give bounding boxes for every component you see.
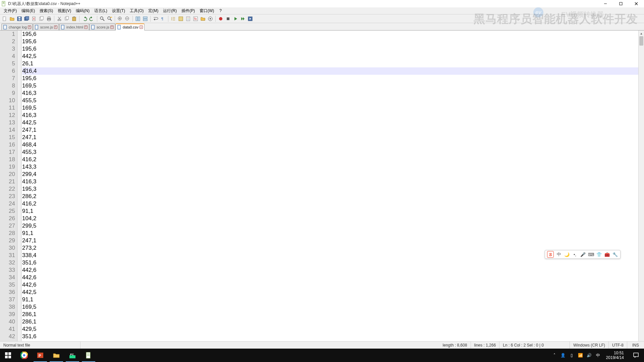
zoom-out-icon[interactable]	[124, 15, 131, 22]
copy-icon[interactable]	[63, 15, 70, 22]
ime-toolbox-icon[interactable]: 🧰	[604, 251, 610, 257]
monitoring-icon[interactable]	[207, 15, 214, 22]
code-line[interactable]: 26,1	[22, 60, 638, 67]
tab-index-html[interactable]: index.html ×	[59, 23, 89, 30]
menu-help[interactable]: ?	[217, 7, 224, 14]
replace-icon[interactable]	[106, 15, 113, 22]
save-macro-icon[interactable]	[247, 15, 254, 22]
tab-change-log[interactable]: change log ×	[1, 23, 33, 30]
ime-punct-icon[interactable]: •,	[572, 251, 578, 257]
code-line[interactable]: 169,5	[22, 303, 638, 311]
redo-icon[interactable]	[89, 15, 95, 22]
tab-close-icon[interactable]: ×	[54, 25, 57, 29]
vertical-scrollbar[interactable]: ▲ ▼	[638, 31, 644, 345]
tab-close-icon[interactable]: ×	[110, 25, 114, 29]
sogou-logo-icon[interactable]: S	[547, 251, 554, 258]
code-area[interactable]: 195,6195,6195,6442,526,1416,4195,6169,54…	[21, 31, 638, 345]
tab-score-js-2[interactable]: score.js ×	[89, 23, 115, 30]
code-line[interactable]: 195,3	[22, 185, 638, 193]
zoom-in-icon[interactable]	[117, 15, 123, 22]
tray-people-icon[interactable]: 👤	[560, 353, 566, 358]
userlang-icon[interactable]	[177, 15, 184, 22]
menu-window[interactable]: 窗口(W)	[197, 7, 216, 14]
show-symbols-icon[interactable]: ¶	[160, 15, 166, 22]
ime-lang-toggle[interactable]: 中	[556, 251, 562, 257]
code-line[interactable]: 169,5	[22, 104, 638, 112]
print-icon[interactable]	[46, 15, 52, 22]
play-multi-icon[interactable]	[239, 15, 246, 22]
code-line[interactable]: 442,6	[22, 281, 638, 289]
code-line[interactable]: 416,2	[22, 156, 638, 163]
sync-v-icon[interactable]	[135, 15, 141, 22]
tab-close-icon[interactable]: ×	[84, 25, 88, 29]
open-file-icon[interactable]	[9, 15, 15, 22]
code-line[interactable]: 286,1	[22, 318, 638, 325]
menu-macro[interactable]: 宏(M)	[146, 7, 161, 14]
menu-plugins[interactable]: 插件(P)	[179, 7, 197, 14]
code-line[interactable]: 442,5	[22, 119, 638, 126]
tab-score-js-1[interactable]: score.js ×	[33, 23, 59, 30]
close-all-icon[interactable]	[38, 15, 45, 22]
code-line[interactable]: 429,5	[22, 325, 638, 333]
play-macro-icon[interactable]	[232, 15, 239, 22]
tray-ime-icon[interactable]: 中	[595, 353, 601, 358]
menu-tools[interactable]: 工具(O)	[127, 7, 146, 14]
paste-icon[interactable]	[71, 15, 77, 22]
save-icon[interactable]	[16, 15, 23, 22]
code-line[interactable]: 195,6	[22, 31, 638, 38]
code-line[interactable]: 442,6	[22, 274, 638, 281]
code-line[interactable]: 351,6	[22, 259, 638, 266]
code-line[interactable]: 442,5	[22, 289, 638, 296]
code-line[interactable]: 104,2	[22, 215, 638, 222]
code-line[interactable]: 299,4	[22, 171, 638, 178]
cut-icon[interactable]	[56, 15, 63, 22]
scroll-up-icon[interactable]: ▲	[639, 31, 644, 36]
code-line[interactable]: 195,6	[22, 45, 638, 53]
start-button[interactable]	[0, 349, 16, 362]
menu-encoding[interactable]: 编码(N)	[73, 7, 92, 14]
code-line[interactable]: 468,4	[22, 141, 638, 148]
menu-search[interactable]: 搜索(S)	[37, 7, 55, 14]
code-line[interactable]: 169,5	[22, 82, 638, 89]
taskbar-pycharm[interactable]: PC	[64, 349, 80, 362]
code-line[interactable]: 442,5	[22, 53, 638, 60]
tab-close-icon[interactable]: ×	[28, 25, 31, 29]
taskbar-chrome[interactable]	[16, 349, 32, 362]
tray-chevron-up-icon[interactable]: ˄	[552, 353, 557, 358]
ime-keyboard-icon[interactable]: ⌨	[588, 251, 594, 257]
tab-close-icon[interactable]: ×	[140, 25, 143, 29]
ime-voice-icon[interactable]: 🎤	[580, 251, 586, 257]
code-line[interactable]: 143,3	[22, 163, 638, 171]
find-icon[interactable]	[99, 15, 106, 22]
taskbar-file-explorer[interactable]	[48, 349, 64, 362]
code-line[interactable]: 195,6	[22, 38, 638, 45]
menu-view[interactable]: 视图(V)	[55, 7, 73, 14]
doc-map-icon[interactable]	[185, 15, 192, 22]
taskbar-clock[interactable]: 10:51 2019/4/14	[604, 351, 626, 360]
close-file-icon[interactable]	[31, 15, 38, 22]
taskbar-powerpoint[interactable]: P	[32, 349, 48, 362]
code-line[interactable]: 91,1	[22, 230, 638, 237]
ime-skin-icon[interactable]: 👕	[596, 251, 602, 257]
close-button[interactable]	[629, 0, 644, 7]
func-list-icon[interactable]: fx	[192, 15, 199, 22]
code-line[interactable]: 247,1	[22, 237, 638, 244]
code-line[interactable]: 286,1	[22, 311, 638, 318]
save-all-icon[interactable]	[23, 15, 30, 22]
code-line[interactable]: 416,3	[22, 112, 638, 119]
undo-icon[interactable]	[81, 15, 88, 22]
code-line[interactable]: 416,4	[22, 67, 638, 75]
code-line[interactable]: 286,2	[22, 193, 638, 200]
indent-guide-icon[interactable]	[170, 15, 177, 22]
ime-moon-icon[interactable]: 🌙	[564, 251, 570, 257]
action-center-icon[interactable]	[629, 349, 643, 362]
code-line[interactable]: 247,1	[22, 126, 638, 134]
code-line[interactable]: 416,2	[22, 200, 638, 207]
sync-h-icon[interactable]	[142, 15, 149, 22]
code-line[interactable]: 91,1	[22, 296, 638, 303]
wordwrap-icon[interactable]	[152, 15, 159, 22]
menu-run[interactable]: 运行(R)	[161, 7, 179, 14]
tray-volume-icon[interactable]: 🔊	[587, 353, 592, 358]
menu-edit[interactable]: 编辑(E)	[19, 7, 37, 14]
ime-settings-icon[interactable]: 🔧	[612, 251, 618, 257]
